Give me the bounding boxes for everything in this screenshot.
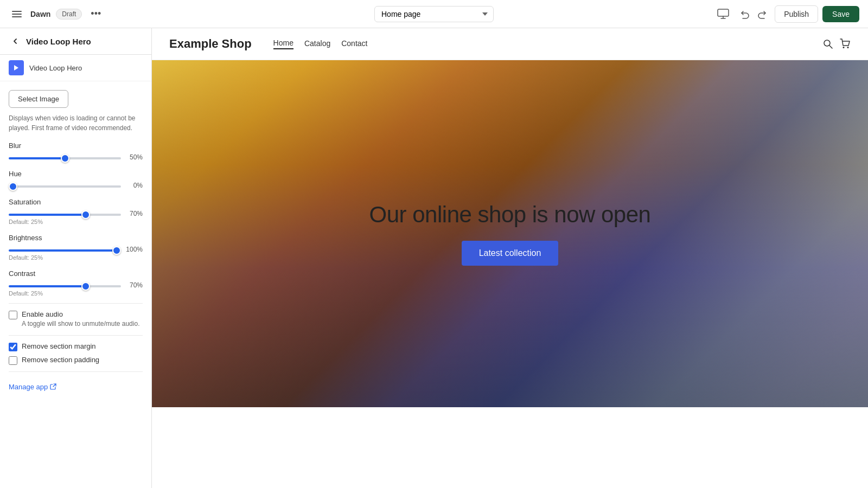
blur-slider-wrapper — [9, 153, 121, 161]
topbar-center: Home page Catalog Contact About — [374, 6, 494, 22]
enable-audio-content: Enable audio A toggle will show to unmut… — [22, 310, 139, 329]
saturation-slider-row: 70% — [9, 209, 143, 217]
enable-audio-helper: A toggle will show to unmute/mute audio. — [22, 319, 139, 329]
blur-slider[interactable] — [9, 157, 121, 159]
undo-button[interactable] — [737, 6, 753, 22]
contrast-value: 70% — [125, 281, 143, 289]
hero-content: Our online shop is now open Latest colle… — [369, 202, 651, 266]
save-button[interactable]: Save — [822, 6, 859, 22]
divider-2 — [9, 335, 143, 336]
svg-line-5 — [53, 384, 56, 387]
topbar: Dawn Draft ••• Home page Catalog Contact… — [0, 0, 868, 28]
preview-area: Example Shop Home Catalog Contact — [152, 28, 868, 488]
contrast-slider-row: 70% — [9, 281, 143, 289]
divider-1 — [9, 303, 143, 304]
section-item-video-loop[interactable]: Video Loop Hero — [0, 55, 151, 81]
monitor-icon — [717, 8, 729, 20]
section-icon — [9, 60, 24, 75]
hue-value: 0% — [125, 182, 143, 189]
brightness-slider-row: 100% — [9, 245, 143, 253]
saturation-section: Saturation 70% Default: 25% — [9, 198, 143, 225]
theme-name: Dawn — [30, 10, 50, 18]
divider-3 — [9, 371, 143, 372]
image-helper-text: Displays when video is loading or cannot… — [9, 113, 143, 133]
enable-audio-row: Enable audio A toggle will show to unmut… — [9, 310, 143, 329]
more-options-button[interactable]: ••• — [87, 6, 104, 22]
search-nav-icon[interactable] — [822, 38, 833, 49]
svg-rect-0 — [12, 11, 22, 12]
sidebar-toggle-button[interactable] — [9, 6, 25, 22]
sidebar: Video Loop Hero Video Loop Hero Select I… — [0, 28, 152, 488]
redo-button[interactable] — [754, 6, 770, 22]
brightness-slider-wrapper — [9, 245, 121, 253]
blur-section: Blur 50% — [9, 142, 143, 161]
shop-name: Example Shop — [169, 37, 252, 51]
enable-audio-label[interactable]: Enable audio — [22, 310, 63, 318]
chevron-left-icon — [11, 37, 20, 46]
brightness-section: Brightness 100% Default: 25% — [9, 234, 143, 261]
back-button[interactable] — [9, 35, 22, 48]
manage-app-text: Manage app — [9, 383, 48, 391]
svg-point-6 — [824, 40, 830, 46]
main-layout: Video Loop Hero Video Loop Hero Select I… — [0, 28, 868, 488]
remove-margin-label[interactable]: Remove section margin — [22, 342, 96, 350]
contrast-slider-wrapper — [9, 281, 121, 289]
svg-rect-2 — [12, 16, 22, 17]
sidebar-header: Video Loop Hero — [0, 28, 151, 55]
blur-label: Blur — [9, 142, 143, 150]
brightness-slider[interactable] — [9, 249, 121, 252]
nav-link-catalog[interactable]: Catalog — [304, 39, 330, 49]
brightness-value: 100% — [125, 246, 143, 253]
nav-link-home[interactable]: Home — [273, 38, 293, 49]
saturation-default: Default: 25% — [9, 219, 143, 225]
saturation-slider-wrapper — [9, 209, 121, 217]
section-item-label: Video Loop Hero — [29, 64, 82, 72]
contrast-default: Default: 25% — [9, 290, 143, 297]
brightness-label: Brightness — [9, 234, 143, 242]
svg-point-7 — [843, 47, 845, 48]
svg-point-8 — [847, 47, 849, 48]
hue-slider[interactable] — [9, 185, 121, 188]
topbar-right: Publish Save — [500, 5, 859, 23]
manage-app-link[interactable]: Manage app — [9, 383, 56, 391]
shop-nav: Example Shop Home Catalog Contact — [152, 28, 868, 60]
blur-slider-row: 50% — [9, 153, 143, 161]
sidebar-title: Video Loop Hero — [26, 37, 91, 46]
remove-padding-label[interactable]: Remove section padding — [22, 356, 99, 364]
hue-section: Hue 0% — [9, 170, 143, 189]
saturation-value: 70% — [125, 210, 143, 217]
play-icon — [12, 64, 20, 72]
nav-link-contact[interactable]: Contact — [341, 39, 367, 49]
saturation-slider[interactable] — [9, 214, 121, 216]
remove-padding-checkbox[interactable] — [9, 356, 17, 365]
hue-slider-wrapper — [9, 181, 121, 189]
page-selector[interactable]: Home page Catalog Contact About — [374, 6, 494, 22]
svg-rect-3 — [718, 9, 729, 16]
enable-audio-checkbox[interactable] — [9, 311, 17, 319]
contrast-section: Contrast 70% Default: 25% — [9, 269, 143, 297]
monitor-button[interactable] — [714, 5, 732, 23]
cart-nav-icon[interactable] — [840, 38, 851, 49]
publish-button[interactable]: Publish — [775, 5, 818, 23]
contrast-label: Contrast — [9, 269, 143, 278]
hero-section: Our online shop is now open Latest colle… — [152, 60, 868, 407]
hue-label: Hue — [9, 170, 143, 178]
undo-icon — [740, 9, 750, 19]
brightness-default: Default: 25% — [9, 254, 143, 261]
topbar-left: Dawn Draft ••• — [9, 6, 368, 22]
svg-marker-4 — [14, 65, 18, 70]
draft-badge: Draft — [56, 9, 82, 20]
hero-title: Our online shop is now open — [369, 202, 651, 228]
select-image-button[interactable]: Select Image — [9, 90, 68, 108]
remove-padding-row: Remove section padding — [9, 356, 143, 365]
remove-margin-checkbox[interactable] — [9, 343, 17, 351]
undo-redo-group — [737, 6, 770, 22]
hero-cta-button[interactable]: Latest collection — [462, 241, 559, 266]
nav-links: Home Catalog Contact — [273, 38, 809, 49]
nav-icons — [822, 38, 851, 49]
contrast-slider[interactable] — [9, 285, 121, 287]
sidebar-content: Select Image Displays when video is load… — [0, 81, 151, 488]
blur-value: 50% — [125, 153, 143, 161]
preview-frame: Example Shop Home Catalog Contact — [152, 28, 868, 488]
external-link-icon — [50, 383, 56, 390]
